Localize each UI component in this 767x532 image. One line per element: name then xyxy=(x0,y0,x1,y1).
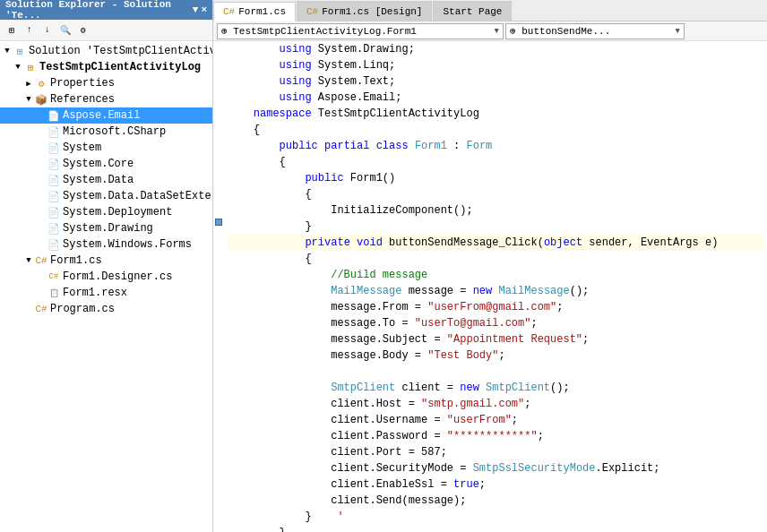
solution-explorer-toolbar: ⊞ ↑ ↓ 🔍 ⚙ xyxy=(0,20,212,41)
ref-system-deployment[interactable]: 📄 System.Deployment xyxy=(0,204,212,220)
solution-node[interactable]: ▼ ⊞ Solution 'TestSmtpClientActivityLog' xyxy=(0,43,212,59)
ref-icon-system-core: 📄 xyxy=(47,157,61,171)
tab-form1-cs-label: Form1.cs xyxy=(238,6,286,17)
code-line: SmtpClient client = new SmtpClient(); xyxy=(228,380,763,396)
code-line: InitializeComponent(); xyxy=(228,202,763,219)
method-dropdown-value: ⊕ buttonSendMe... xyxy=(510,25,610,37)
ref-icon-aspose: 📄 xyxy=(47,108,61,123)
code-line: namespace TestSmtpClientActivityLog xyxy=(228,106,763,122)
code-line: MailMessage message = new MailMessage(); xyxy=(228,283,763,299)
gutter xyxy=(213,41,224,532)
properties-expand[interactable]: ▶ xyxy=(23,79,34,89)
code-content[interactable]: using System.Drawing; using System.Linq;… xyxy=(224,41,767,532)
se-btn-3[interactable]: ↓ xyxy=(39,22,56,39)
form1-resx-node[interactable]: 📋 Form1.resx xyxy=(0,285,212,301)
ref-system-winforms-label: System.Windows.Forms xyxy=(63,238,192,251)
se-btn-4[interactable]: 🔍 xyxy=(57,22,73,39)
tab-start-page-label: Start Page xyxy=(443,6,502,17)
program-cs-label: Program.cs xyxy=(50,303,115,315)
ref-system-data-label: System.Data xyxy=(63,174,134,186)
code-line: { xyxy=(228,186,763,202)
solution-label: Solution 'TestSmtpClientActivityLog' xyxy=(29,45,212,57)
ref-system-drawing-label: System.Drawing xyxy=(63,222,153,235)
form1-designer-icon: C# xyxy=(47,270,61,284)
code-line: } xyxy=(228,219,763,235)
tab-form1-design-icon: C# xyxy=(306,6,318,17)
ref-icon-winforms: 📄 xyxy=(47,237,61,252)
ref-aspose-label: Aspose.Email xyxy=(63,109,140,122)
tab-start-page[interactable]: Start Page xyxy=(433,1,512,21)
code-line: } ' xyxy=(228,509,763,525)
class-dropdown[interactable]: ⊕ TestSmtpClientActivityLog.Form1 ▼ xyxy=(217,23,504,39)
form1-cs-node[interactable]: ▼ C# Form1.cs xyxy=(0,253,212,269)
ref-icon-drawing: 📄 xyxy=(47,221,61,236)
references-node[interactable]: ▼ 📦 References xyxy=(0,91,212,107)
tab-form1-design[interactable]: C# Form1.cs [Design] xyxy=(297,1,432,21)
program-cs-node[interactable]: C# Program.cs xyxy=(0,301,212,317)
references-icon: 📦 xyxy=(34,92,48,107)
solution-explorer-title: Solution Explorer - Solution 'Te... xyxy=(5,0,193,21)
code-line: using System.Drawing; xyxy=(228,41,763,57)
breakpoint-indicator xyxy=(215,219,222,226)
se-btn-1[interactable]: ⊞ xyxy=(4,22,20,39)
form1-cs-label: Form1.cs xyxy=(50,254,102,267)
form1-designer-node[interactable]: C# Form1.Designer.cs xyxy=(0,269,212,285)
class-dropdown-arrow: ▼ xyxy=(495,27,499,36)
editor-area: C# Form1.cs C# Form1.cs [Design] Start P… xyxy=(213,0,767,532)
code-line: { xyxy=(228,154,763,170)
ref-icon-deployment: 📄 xyxy=(47,205,61,219)
solution-expand[interactable]: ▼ xyxy=(2,47,13,56)
code-line: message.Subject = "Appointment Request"; xyxy=(228,331,763,348)
project-expand[interactable]: ▼ xyxy=(13,63,23,72)
ref-system-label: System xyxy=(63,142,101,154)
tab-form1-cs[interactable]: C# Form1.cs xyxy=(213,2,296,21)
ref-system-winforms[interactable]: 📄 System.Windows.Forms xyxy=(0,236,212,253)
solution-icon: ⊞ xyxy=(13,44,27,58)
ref-system[interactable]: 📄 System xyxy=(0,140,212,156)
ref-aspose-email[interactable]: 📄 Aspose.Email xyxy=(0,107,212,124)
nav-bar: ⊕ TestSmtpClientActivityLog.Form1 ▼ ⊕ bu… xyxy=(213,21,767,41)
form1-resx-icon: 📋 xyxy=(47,286,61,300)
form1-expand[interactable]: ▼ xyxy=(23,256,34,265)
solution-explorer-header: Solution Explorer - Solution 'Te... ▼ × xyxy=(0,0,212,20)
code-line: } xyxy=(228,525,763,532)
ref-icon-system-data: 📄 xyxy=(47,173,61,187)
code-line: client.Host = "smtp.gmail.com"; xyxy=(228,396,763,412)
code-line: client.Username = "userFrom"; xyxy=(228,412,763,428)
project-node[interactable]: ▼ ⊞ TestSmtpClientActivityLog xyxy=(0,59,212,75)
ref-system-drawing[interactable]: 📄 System.Drawing xyxy=(0,220,212,236)
code-line: client.EnableSsl = true; xyxy=(228,476,763,493)
ref-system-data-dataset-label: System.Data.DataSetExte... xyxy=(63,190,212,202)
code-line: { xyxy=(228,251,763,267)
se-close-icon[interactable]: × xyxy=(201,4,207,15)
code-line: client.Port = 587; xyxy=(228,444,763,460)
se-btn-2[interactable]: ↑ xyxy=(22,22,38,39)
ref-system-core[interactable]: 📄 System.Core xyxy=(0,156,212,172)
code-line: message.Body = "Test Body"; xyxy=(228,348,763,364)
tab-form1-cs-icon: C# xyxy=(223,6,235,17)
tree-view: ▼ ⊞ Solution 'TestSmtpClientActivityLog'… xyxy=(0,41,212,532)
ref-system-deployment-label: System.Deployment xyxy=(63,206,172,219)
form1-cs-icon: C# xyxy=(34,253,48,268)
references-expand[interactable]: ▼ xyxy=(23,95,34,104)
code-line xyxy=(228,364,763,380)
code-line: //Build message xyxy=(228,267,763,283)
ref-icon-system: 📄 xyxy=(47,141,61,155)
se-btn-5[interactable]: ⚙ xyxy=(75,22,91,39)
code-editor[interactable]: using System.Drawing; using System.Linq;… xyxy=(213,41,767,532)
ref-system-core-label: System.Core xyxy=(63,158,134,170)
code-line: client.Password = "************"; xyxy=(228,428,763,444)
se-pin-icon[interactable]: ▼ xyxy=(193,4,199,15)
method-dropdown[interactable]: ⊕ buttonSendMe... ▼ xyxy=(505,23,685,39)
code-line: client.Send(message); xyxy=(228,493,763,509)
ref-system-data[interactable]: 📄 System.Data xyxy=(0,172,212,188)
ref-ms-csharp[interactable]: 📄 Microsoft.CSharp xyxy=(0,124,212,140)
properties-label: Properties xyxy=(50,77,115,90)
properties-node[interactable]: ▶ ⚙ Properties xyxy=(0,75,212,91)
ref-system-data-dataset[interactable]: 📄 System.Data.DataSetExte... xyxy=(0,188,212,204)
program-cs-icon: C# xyxy=(34,302,48,316)
solution-explorer-panel: Solution Explorer - Solution 'Te... ▼ × … xyxy=(0,0,213,532)
project-icon: ⊞ xyxy=(23,60,38,74)
ref-icon-dataset: 📄 xyxy=(47,189,61,203)
code-line: client.SecurityMode = SmtpSslSecurityMod… xyxy=(228,460,763,476)
